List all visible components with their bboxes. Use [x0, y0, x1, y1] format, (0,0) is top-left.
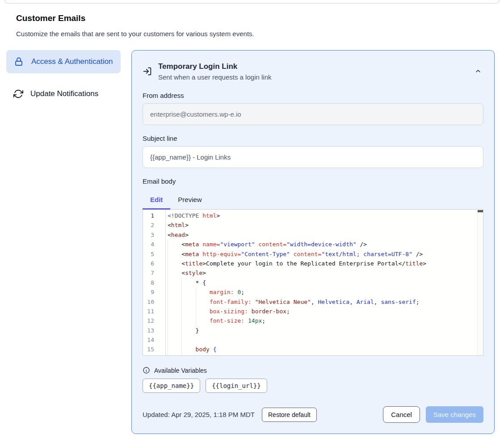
indent-guide — [168, 316, 181, 325]
code-line: 15body { — [143, 345, 483, 354]
code-line: 14 — [143, 335, 483, 345]
collapse-button[interactable] — [473, 66, 483, 76]
sidebar-item-access-authentication[interactable]: Access & Authentication — [6, 50, 121, 73]
code-line: 10font-family: "Helvetica Neue", Helveti… — [143, 297, 483, 307]
editor-scrollbar-track — [477, 210, 483, 355]
line-number: 5 — [143, 249, 165, 259]
indent-guide — [168, 326, 181, 335]
page-title: Customer Emails — [16, 13, 488, 23]
editor-tabbar: Edit Preview — [143, 191, 483, 210]
refresh-icon — [13, 89, 23, 99]
chevron-up-icon — [475, 67, 482, 75]
variable-chip-app-name[interactable]: {{app_name}} — [143, 379, 200, 393]
from-address-label: From address — [143, 92, 483, 99]
line-number: 2 — [143, 220, 165, 230]
indent-guide — [196, 297, 210, 307]
card-header: Temporary Login Link Sent when a user re… — [143, 62, 483, 81]
indent-guide — [196, 354, 210, 356]
sidebar-item-label: Access & Authentication — [31, 56, 113, 67]
indent-guide — [168, 259, 181, 268]
login-icon — [143, 67, 152, 81]
line-number: 11 — [143, 307, 165, 316]
subject-line-input[interactable] — [143, 146, 483, 168]
code-line: 12font-size: 14px; — [143, 316, 483, 325]
code-line: 3<head> — [143, 230, 483, 240]
updated-timestamp: Updated: Apr 29, 2025, 1:18 PM MDT — [143, 411, 255, 418]
email-body-label: Email body — [143, 177, 483, 185]
indent-guide — [168, 297, 181, 307]
page-subtitle: Customize the emails that are sent to yo… — [16, 30, 488, 38]
code-line: 5<meta http-equiv="Content-Type" content… — [143, 249, 483, 259]
from-address-input[interactable] — [143, 103, 483, 125]
line-number: 12 — [143, 316, 165, 325]
indent-guide — [168, 345, 181, 354]
line-number: 16 — [143, 354, 165, 356]
code-line: 13} — [143, 326, 483, 335]
info-icon — [143, 366, 150, 374]
indent-guide — [181, 354, 195, 356]
subject-line-label: Subject line — [143, 135, 483, 142]
code-line: 4<meta name="viewport" content="width=de… — [143, 240, 483, 249]
variable-chips: {{app_name}} {{login_url}} — [143, 379, 483, 393]
indent-guide — [168, 278, 181, 287]
indent-guide — [181, 307, 195, 316]
indent-guide — [168, 354, 181, 356]
sidebar-item-label: Update Notifications — [30, 88, 98, 99]
code-line: 8* { — [143, 278, 483, 287]
available-variables-label: Available Variables — [154, 367, 207, 374]
indent-guide — [168, 249, 181, 259]
indent-guide — [196, 287, 210, 297]
indent-guide — [168, 307, 181, 316]
indent-guide — [181, 345, 195, 354]
email-settings-card: Temporary Login Link Sent when a user re… — [131, 50, 495, 434]
indent-guide — [181, 316, 195, 325]
code-line: 9margin: 0; — [143, 287, 483, 297]
indent-guide — [196, 307, 210, 316]
code-line: 7<style> — [143, 268, 483, 278]
lock-icon — [13, 56, 24, 67]
code-lines: 1<!DOCTYPE html>2<html>3<head>4<meta nam… — [143, 210, 483, 356]
card-title: Temporary Login Link — [158, 62, 271, 71]
page-header: Customer Emails Customize the emails tha… — [0, 4, 504, 38]
tab-preview[interactable]: Preview — [170, 191, 209, 210]
indent-guide — [181, 287, 195, 297]
indent-guide — [196, 316, 210, 325]
code-line: 11box-sizing: border-box; — [143, 307, 483, 316]
line-number: 9 — [143, 287, 165, 297]
line-number: 6 — [143, 259, 165, 268]
line-number: 14 — [143, 335, 165, 345]
card-subtitle: Sent when a user requests a login link — [158, 73, 271, 81]
previous-card-clipped-edge — [4, 0, 500, 4]
save-changes-button[interactable]: Save changes — [426, 406, 483, 423]
indent-guide — [168, 268, 181, 278]
indent-guide — [168, 335, 181, 345]
variable-chip-login-url[interactable]: {{login_url}} — [206, 379, 267, 393]
line-number: 8 — [143, 278, 165, 287]
line-number: 7 — [143, 268, 165, 278]
indent-guide — [168, 240, 181, 249]
line-number: 10 — [143, 297, 165, 307]
line-number: 4 — [143, 240, 165, 249]
editor-scrollbar-thumb[interactable] — [478, 210, 483, 212]
indent-guide — [181, 335, 195, 345]
card-footer: Updated: Apr 29, 2025, 1:18 PM MDT Resto… — [143, 406, 483, 423]
indent-guide — [181, 326, 195, 335]
indent-guide — [181, 278, 195, 287]
line-number: 13 — [143, 326, 165, 335]
restore-default-button[interactable]: Restore default — [262, 408, 317, 422]
code-line: 2<html> — [143, 220, 483, 230]
sidebar-item-update-notifications[interactable]: Update Notifications — [6, 82, 121, 105]
sidebar: Access & Authentication Update Notificat… — [6, 50, 121, 114]
code-line: 16background-color: #f6f6f6; — [143, 354, 483, 356]
line-number: 3 — [143, 230, 165, 240]
code-line: 6<title>Complete your login to the Repli… — [143, 259, 483, 268]
indent-guide — [168, 287, 181, 297]
indent-guide — [181, 297, 195, 307]
line-number: 15 — [143, 345, 165, 354]
code-editor[interactable]: 1<!DOCTYPE html>2<html>3<head>4<meta nam… — [143, 210, 483, 356]
line-number: 1 — [143, 211, 165, 220]
code-line: 1<!DOCTYPE html> — [143, 211, 483, 220]
tab-edit[interactable]: Edit — [143, 191, 170, 210]
cancel-button[interactable]: Cancel — [383, 406, 420, 423]
